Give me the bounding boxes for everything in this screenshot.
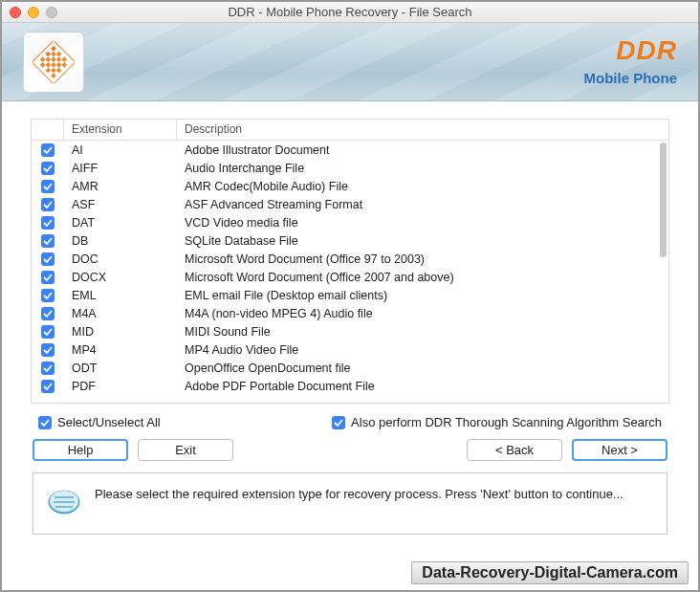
cell-description: SQLite Database File xyxy=(177,234,668,248)
svg-rect-4 xyxy=(51,51,56,56)
info-icon xyxy=(47,485,81,522)
cell-extension: EML xyxy=(64,289,177,302)
svg-rect-3 xyxy=(61,56,67,62)
brand-name: DDR xyxy=(584,37,678,64)
checkmark-icon[interactable] xyxy=(41,307,55,320)
svg-rect-14 xyxy=(46,62,52,68)
cell-extension: MP4 xyxy=(64,343,177,357)
table-row[interactable]: DOCMicrosoft Word Document (Office 97 to… xyxy=(32,250,668,268)
svg-rect-7 xyxy=(46,51,52,56)
table-row[interactable]: ASFASF Advanced Streaming Format xyxy=(32,195,668,213)
svg-rect-13 xyxy=(40,56,46,62)
checkmark-icon[interactable] xyxy=(41,271,55,284)
table-row[interactable]: MP4MP4 Audio Video File xyxy=(32,340,668,359)
svg-rect-1 xyxy=(51,46,56,52)
cell-extension: AIFF xyxy=(64,162,177,175)
thorough-scan-label: Also perform DDR Thorough Scanning Algor… xyxy=(351,415,662,429)
svg-rect-17 xyxy=(46,67,52,73)
table-row[interactable]: M4AM4A (non-video MPEG 4) Audio file xyxy=(32,304,668,322)
cell-description: AMR Codec(Mobile Audio) File xyxy=(177,180,668,193)
back-button[interactable]: < Back xyxy=(467,439,562,461)
brand-subtitle: Mobile Phone xyxy=(584,70,678,86)
minimize-icon[interactable] xyxy=(28,7,39,18)
checkmark-icon xyxy=(332,416,345,429)
svg-rect-8 xyxy=(51,56,56,62)
svg-rect-12 xyxy=(56,67,62,73)
table-row[interactable]: AIAdobe Illustrator Document xyxy=(32,141,668,159)
cell-description: Adobe PDF Portable Document File xyxy=(177,380,668,393)
svg-rect-18 xyxy=(51,73,56,78)
checkmark-icon[interactable] xyxy=(41,216,55,230)
next-button[interactable]: Next > xyxy=(572,439,667,461)
col-description[interactable]: Description xyxy=(177,120,668,140)
cell-extension: AMR xyxy=(64,180,177,193)
cell-extension: PDF xyxy=(64,380,177,393)
table-row[interactable]: DATVCD Video media file xyxy=(32,213,668,231)
table-row[interactable]: PDFAdobe PDF Portable Document File xyxy=(32,377,668,395)
table-row[interactable]: MIDMIDI Sound File xyxy=(32,322,668,340)
svg-rect-11 xyxy=(51,62,56,68)
checkmark-icon[interactable] xyxy=(41,380,55,393)
cell-extension: DOC xyxy=(64,252,177,266)
app-header: DDR Mobile Phone xyxy=(2,23,698,101)
cell-extension: ODT xyxy=(64,362,177,375)
cell-description: OpenOffice OpenDocument file xyxy=(177,362,668,375)
exit-button[interactable]: Exit xyxy=(138,439,233,461)
checkmark-icon[interactable] xyxy=(41,198,55,211)
checkmark-icon[interactable] xyxy=(41,162,55,175)
cell-description: Adobe Illustrator Document xyxy=(177,143,668,157)
cell-description: Microsoft Word Document (Office 97 to 20… xyxy=(177,252,668,266)
checkmark-icon[interactable] xyxy=(41,362,55,375)
table-row[interactable]: AMRAMR Codec(Mobile Audio) File xyxy=(32,177,668,195)
cell-extension: DB xyxy=(64,234,177,248)
titlebar: DDR - Mobile Phone Recovery - File Searc… xyxy=(2,2,698,23)
checkmark-icon[interactable] xyxy=(41,234,55,248)
select-all-checkbox[interactable]: Select/Unselect All xyxy=(38,415,161,429)
svg-rect-9 xyxy=(56,62,62,68)
checkmark-icon[interactable] xyxy=(41,343,55,357)
cell-extension: DAT xyxy=(64,216,177,230)
cell-extension: M4A xyxy=(64,307,177,320)
svg-rect-16 xyxy=(40,62,46,68)
col-extension[interactable]: Extension xyxy=(64,120,177,140)
cell-description: EML email File (Desktop email clients) xyxy=(177,289,668,302)
zoom-icon xyxy=(46,7,57,18)
brand: DDR Mobile Phone xyxy=(584,37,678,86)
scrollbar[interactable] xyxy=(660,143,667,257)
close-icon[interactable] xyxy=(10,7,21,18)
thorough-scan-checkbox[interactable]: Also perform DDR Thorough Scanning Algor… xyxy=(332,415,662,429)
cell-description: MIDI Sound File xyxy=(177,325,668,339)
select-all-label: Select/Unselect All xyxy=(57,415,161,429)
cell-extension: ASF xyxy=(64,198,177,211)
svg-rect-10 xyxy=(46,56,52,62)
hint-text: Please select the required extension typ… xyxy=(95,485,623,505)
app-logo xyxy=(23,32,84,93)
svg-rect-6 xyxy=(61,62,67,68)
cell-extension: MID xyxy=(64,325,177,339)
cell-description: ASF Advanced Streaming Format xyxy=(177,198,668,211)
checkmark-icon[interactable] xyxy=(41,325,55,339)
help-button[interactable]: Help xyxy=(33,439,128,461)
table-row[interactable]: ODTOpenOffice OpenDocument file xyxy=(32,359,668,377)
table-row[interactable]: AIFFAudio Interchange File xyxy=(32,159,668,177)
svg-rect-15 xyxy=(51,67,56,73)
svg-rect-2 xyxy=(56,51,62,56)
checkmark-icon xyxy=(38,416,52,429)
cell-description: M4A (non-video MPEG 4) Audio file xyxy=(177,307,668,320)
table-row[interactable]: EMLEML email File (Desktop email clients… xyxy=(32,286,668,304)
checkmark-icon[interactable] xyxy=(41,180,55,193)
svg-rect-5 xyxy=(56,56,62,62)
cell-description: Audio Interchange File xyxy=(177,162,668,175)
checkmark-icon[interactable] xyxy=(41,252,55,266)
checkmark-icon[interactable] xyxy=(41,143,55,157)
window-controls xyxy=(10,7,57,18)
watermark: Data-Recovery-Digital-Camera.com xyxy=(411,561,689,584)
checkmark-icon[interactable] xyxy=(41,289,55,302)
svg-point-20 xyxy=(50,491,78,512)
extensions-table: Extension Description AIAdobe Illustrato… xyxy=(31,119,669,404)
hint-box: Please select the required extension typ… xyxy=(33,472,667,535)
table-row[interactable]: DBSQLite Database File xyxy=(32,231,668,250)
table-row[interactable]: DOCXMicrosoft Word Document (Office 2007… xyxy=(32,268,668,286)
cell-description: Microsoft Word Document (Office 2007 and… xyxy=(177,271,668,284)
window-title: DDR - Mobile Phone Recovery - File Searc… xyxy=(2,5,698,19)
